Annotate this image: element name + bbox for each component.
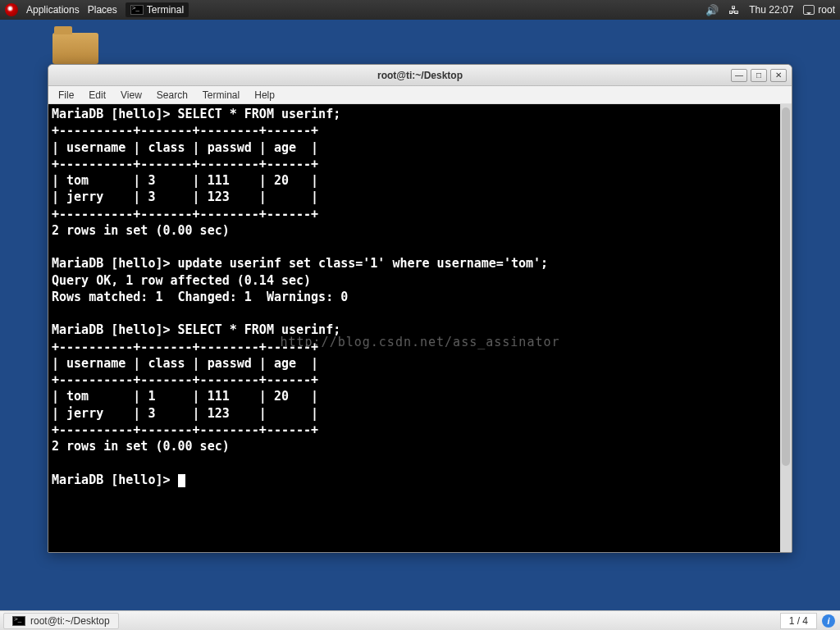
applications-menu[interactable]: Applications [26,4,80,16]
places-menu[interactable]: Places [88,4,117,16]
query-ok: Query OK, 1 row affected (0.14 sec) [52,273,311,288]
volume-icon[interactable]: 🔊 [705,4,719,16]
menubar: File Edit View Search Terminal Help [48,86,792,104]
distro-icon [5,3,18,16]
menu-view[interactable]: View [114,88,148,103]
top-panel: Applications Places Terminal 🔊 🖧 Thu 22:… [0,0,840,20]
cmd-update: update userinf set class='1' where usern… [178,256,549,271]
titlebar[interactable]: root@ti:~/Desktop — □ ✕ [48,65,792,86]
user-menu[interactable]: root [803,4,835,16]
menu-search[interactable]: Search [150,88,194,103]
taskbar-task-terminal[interactable]: root@ti:~/Desktop [3,613,119,629]
user-icon [803,5,815,15]
table-row: | tom | 3 | 111 | 20 | [52,173,318,188]
folder-icon [52,33,98,64]
network-icon[interactable]: 🖧 [728,4,739,16]
table-border: +----------+-------+--------+------+ [52,157,318,171]
table-row: | tom | 1 | 111 | 20 | [52,389,318,404]
taskbar-task-label: root@ti:~/Desktop [30,615,110,627]
prompt: MariaDB [hello]> [52,107,178,121]
table-row: | jerry | 3 | 123 | | [52,406,318,421]
minimize-button[interactable]: — [731,69,747,82]
bottom-panel: root@ti:~/Desktop 1 / 4 i [0,610,840,630]
table-header: | username | class | passwd | age | [52,140,318,155]
user-label: root [818,4,835,16]
table-border: +----------+-------+--------+------+ [52,422,318,437]
window-title: root@ti:~/Desktop [48,70,792,81]
menu-file[interactable]: File [52,88,80,103]
prompt: MariaDB [hello]> [52,472,178,487]
panel-task-terminal[interactable]: Terminal [126,2,189,17]
rows-in-set: 2 rows in set (0.00 sec) [52,439,230,454]
close-button[interactable]: ✕ [770,69,787,82]
prompt: MariaDB [hello]> [52,256,178,271]
cursor [178,474,185,487]
table-header: | username | class | passwd | age | [52,356,318,371]
table-border: +----------+-------+--------+------+ [52,372,318,387]
workspace-indicator[interactable]: 1 / 4 [780,613,817,629]
terminal-icon [130,5,144,15]
rows-matched: Rows matched: 1 Changed: 1 Warnings: 0 [52,290,348,304]
info-icon[interactable]: i [822,614,835,628]
menu-terminal[interactable]: Terminal [196,88,246,103]
menu-help[interactable]: Help [248,88,281,103]
table-border: +----------+-------+--------+------+ [52,123,318,138]
prompt: MariaDB [hello]> [52,322,178,337]
table-row: | jerry | 3 | 123 | | [52,189,318,204]
clock[interactable]: Thu 22:07 [749,4,793,16]
table-border: +----------+-------+--------+------+ [52,207,318,221]
cmd-select-1: SELECT * FROM userinf; [178,107,341,121]
scrollbar[interactable] [780,104,792,552]
cmd-select-2: SELECT * FROM userinf; [178,322,341,337]
terminal-icon [12,616,25,626]
terminal-window: root@ti:~/Desktop — □ ✕ File Edit View S… [48,64,792,553]
scrollbar-thumb[interactable] [782,107,790,466]
panel-task-label: Terminal [147,4,184,16]
rows-in-set: 2 rows in set (0.00 sec) [52,223,230,238]
table-border: +----------+-------+--------+------+ [52,340,318,354]
terminal-body[interactable]: MariaDB [hello]> SELECT * FROM userinf; … [48,104,792,552]
menu-edit[interactable]: Edit [82,88,112,103]
maximize-button[interactable]: □ [751,69,767,82]
